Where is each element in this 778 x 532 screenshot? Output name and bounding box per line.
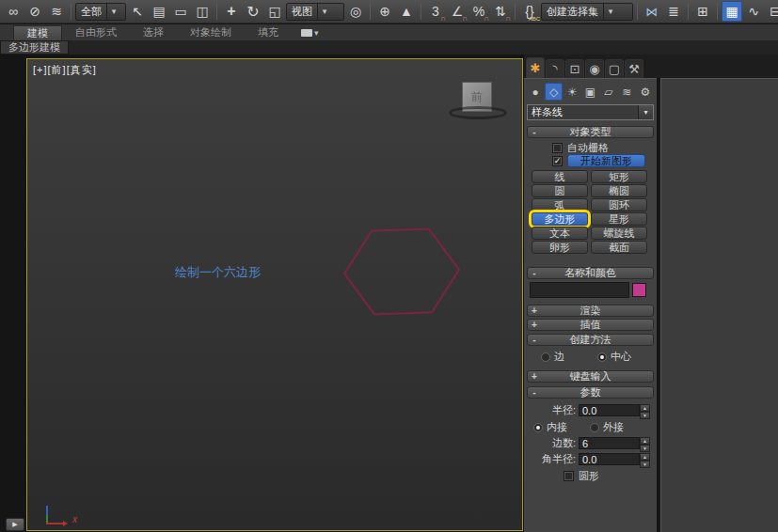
select-and-scale-icon[interactable]: ◱ xyxy=(264,1,285,22)
shape-button-section[interactable]: 截面 xyxy=(591,241,647,254)
reference-coordinate-system-dropdown[interactable]: 视图 ▾ xyxy=(286,3,344,21)
named-selection-set-dropdown[interactable]: 创建选择集 ▾ xyxy=(541,3,633,21)
shape-button-ngon[interactable]: 多边形 xyxy=(532,212,588,226)
curve-editor-icon[interactable]: ∿ xyxy=(743,1,764,22)
sides-spinner[interactable]: ▲▼ xyxy=(640,437,650,449)
ribbon-tab-bar: 建模 自由形式 选择 对象绘制 填充 ▾ xyxy=(0,24,778,40)
toolbar-separator xyxy=(421,3,421,20)
category-shapes-icon[interactable]: ◇ xyxy=(545,83,562,101)
use-pivot-center-icon[interactable]: ◎ xyxy=(345,1,366,22)
bind-to-space-warp-icon[interactable]: ≋ xyxy=(46,1,67,22)
toggle-ribbon-icon[interactable]: ▦ xyxy=(722,1,742,22)
autogrid-checkbox[interactable] xyxy=(552,143,563,153)
mirror-icon[interactable]: ⋈ xyxy=(642,1,662,22)
percent-snap-icon[interactable]: %∩ xyxy=(468,1,489,22)
select-object-icon[interactable]: ↖ xyxy=(127,1,148,22)
window-crossing-toggle-icon[interactable]: ◫ xyxy=(192,1,213,22)
tab-populate[interactable]: 填充 xyxy=(245,25,292,40)
snap-toggle-3d-icon[interactable]: 3∩ xyxy=(425,1,446,22)
shape-button-rectangle[interactable]: 矩形 xyxy=(591,170,647,183)
tab-motion[interactable]: ◉ xyxy=(585,59,604,78)
category-systems-icon[interactable]: ⚙ xyxy=(637,83,654,101)
hierarchy-icon: ⊡ xyxy=(570,62,580,76)
viewport-front[interactable]: [+][前][真实] 绘制一个六边形 前 x xyxy=(26,58,523,531)
category-geometry-icon[interactable]: ● xyxy=(527,83,544,101)
sides-field[interactable]: 6 xyxy=(579,437,640,449)
ribbon-minimize-dropdown[interactable]: ▾ xyxy=(301,28,319,38)
tab-display[interactable]: ▢ xyxy=(605,59,624,78)
rollout-interpolation[interactable]: + 插值 xyxy=(527,319,654,331)
category-lights-icon[interactable]: ☀ xyxy=(564,83,580,101)
tab-create[interactable]: ✱ xyxy=(526,57,545,78)
align-icon[interactable]: ≣ xyxy=(663,1,684,22)
start-new-shape-button[interactable]: 开始新图形 xyxy=(567,154,645,167)
unlink-selection-icon[interactable]: ⊘ xyxy=(24,1,45,22)
select-and-rotate-icon[interactable]: ↻ xyxy=(243,1,263,22)
edit-named-selection-sets-icon[interactable]: {}ABC xyxy=(519,1,540,22)
utilities-icon: ⚒ xyxy=(628,62,640,76)
shape-button-star[interactable]: 星形 xyxy=(591,212,647,226)
shape-button-egg[interactable]: 卵形 xyxy=(532,241,588,254)
empty-right-pane xyxy=(660,78,778,532)
rollout-keyboard-entry[interactable]: + 键盘输入 xyxy=(527,370,654,383)
hexagon-shape xyxy=(27,59,523,531)
tab-object-paint[interactable]: 对象绘制 xyxy=(177,25,245,40)
select-and-move-icon[interactable]: + xyxy=(221,1,242,22)
rollout-parameters[interactable]: - 参数 xyxy=(527,386,654,399)
manage-layers-icon[interactable]: ⊞ xyxy=(692,1,713,22)
rectangular-selection-region-icon[interactable]: ▭ xyxy=(170,1,191,22)
command-panel-tabs: ✱ ◝ ⊡ ◉ ▢ ⚒ xyxy=(524,55,778,78)
select-by-name-icon[interactable]: ▤ xyxy=(149,1,169,22)
shape-button-text[interactable]: 文本 xyxy=(532,227,588,240)
selection-filter-dropdown[interactable]: 全部 ▾ xyxy=(75,3,126,21)
viewport-flyout-button[interactable]: ▶ xyxy=(6,518,24,531)
schematic-view-icon[interactable]: ⊟ xyxy=(765,1,778,22)
category-helpers-icon[interactable]: ▱ xyxy=(600,83,617,101)
center-radio[interactable] xyxy=(597,352,607,362)
tab-utilities[interactable]: ⚒ xyxy=(625,59,643,78)
rollout-name-color[interactable]: - 名称和颜色 xyxy=(527,267,654,279)
edge-radio[interactable] xyxy=(541,352,550,362)
circular-checkbox[interactable] xyxy=(564,471,574,481)
motion-icon: ◉ xyxy=(589,62,599,76)
object-name-input[interactable] xyxy=(530,282,629,298)
category-space-warps-icon[interactable]: ≋ xyxy=(618,83,635,101)
chevron-down-icon: ▾ xyxy=(317,4,331,20)
object-color-swatch[interactable] xyxy=(632,283,646,297)
rollout-object-type[interactable]: - 对象类型 xyxy=(527,126,654,138)
keyboard-shortcut-override-icon[interactable]: ▲ xyxy=(396,1,417,22)
radius-field[interactable]: 0.0 xyxy=(579,404,640,416)
radius-spinner[interactable]: ▲▼ xyxy=(640,404,650,416)
shape-button-arc[interactable]: 弧 xyxy=(532,198,588,211)
spinner-snap-icon[interactable]: ⇅∩ xyxy=(490,1,511,22)
tab-freeform[interactable]: 自由形式 xyxy=(62,25,130,40)
shape-category-dropdown[interactable]: 样条线 ▾ xyxy=(527,104,654,120)
radius-row: 半径: 0.0 ▲▼ xyxy=(533,403,650,417)
shape-button-ellipse[interactable]: 椭圆 xyxy=(591,184,647,197)
shape-button-donut[interactable]: 圆环 xyxy=(591,198,647,211)
viewcube-compass-ring[interactable] xyxy=(449,106,507,119)
axis-x-line xyxy=(46,523,65,524)
rollout-rendering[interactable]: + 渲染 xyxy=(527,305,654,317)
corner-radius-spinner[interactable]: ▲▼ xyxy=(640,453,650,465)
tab-hierarchy[interactable]: ⊡ xyxy=(565,59,584,78)
select-and-manipulate-icon[interactable]: ⊕ xyxy=(374,1,395,22)
tab-selection[interactable]: 选择 xyxy=(130,25,177,40)
category-cameras-icon[interactable]: ▣ xyxy=(581,83,598,101)
tab-modeling[interactable]: 建模 xyxy=(13,25,62,40)
tab-modify[interactable]: ◝ xyxy=(546,59,564,78)
select-and-link-icon[interactable]: ∞ xyxy=(3,1,24,22)
circumscribed-radio[interactable] xyxy=(590,423,599,432)
shape-button-circle[interactable]: 圆 xyxy=(532,184,588,197)
command-panel: ● ◇ ☀ ▣ ▱ ≋ ⚙ 样条线 ▾ - 对象类型 自动栅格 ✓ 开始新图形 … xyxy=(524,78,657,532)
chevron-down-icon: ▾ xyxy=(638,105,653,119)
shape-button-line[interactable]: 线 xyxy=(532,170,588,183)
inscribed-radio[interactable] xyxy=(533,423,543,432)
corner-radius-field[interactable]: 0.0 xyxy=(579,453,640,465)
start-new-shape-checkbox[interactable]: ✓ xyxy=(552,156,563,166)
angle-snap-icon[interactable]: ∠∩ xyxy=(447,1,468,22)
ribbon-panel-row: 多边形建模 xyxy=(0,40,778,55)
tab-polygon-modeling[interactable]: 多边形建模 xyxy=(0,40,69,55)
shape-button-helix[interactable]: 螺旋线 xyxy=(591,227,647,240)
rollout-creation-method[interactable]: - 创建方法 xyxy=(527,334,654,346)
